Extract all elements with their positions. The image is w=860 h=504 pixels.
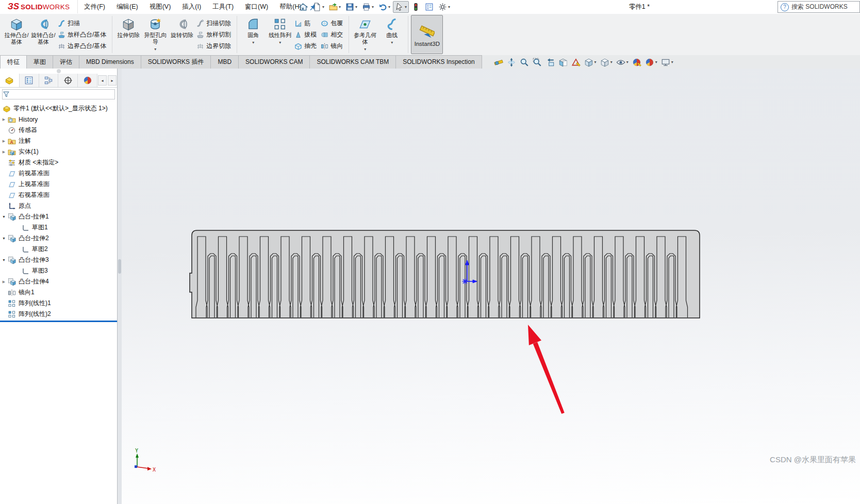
menu-item[interactable]: 视图(V) <box>144 0 177 14</box>
tree-item[interactable]: 阵列(线性)1 <box>0 298 117 309</box>
settings-gear-button[interactable]: ▾ <box>436 1 452 13</box>
zoom-fit-button[interactable] <box>519 57 530 68</box>
displaymanager-tab-tab[interactable] <box>78 74 97 87</box>
loft-cut-button[interactable]: 放样切割 <box>195 29 234 40</box>
instant3d-button[interactable]: Instant3D <box>411 15 443 54</box>
performance-button[interactable] <box>409 1 422 13</box>
tree-item[interactable]: 上视基准面 <box>0 179 117 190</box>
tree-item[interactable]: ▶凸台-拉伸4 <box>0 276 117 287</box>
dropdown-arrow-icon[interactable]: ▾ <box>655 60 657 64</box>
linear-pattern-button[interactable]: 线性阵列▾ <box>267 15 293 54</box>
select-cursor-button[interactable]: ▾ <box>393 1 409 13</box>
menu-item[interactable]: 插入(I) <box>176 0 207 14</box>
curves-button[interactable]: 曲线▾ <box>378 15 405 54</box>
edit-appearance-button[interactable] <box>631 57 642 68</box>
tab-特征[interactable]: 特征 <box>0 55 27 69</box>
loft-button[interactable]: 放样凸台/基体 <box>57 29 109 40</box>
dropdown-arrow-icon[interactable]: ▾ <box>610 60 613 64</box>
tree-item[interactable]: 传感器 <box>0 125 117 136</box>
disclosure-collapsed-icon[interactable]: ▶ <box>0 117 8 122</box>
tab-mbd-dimensions[interactable]: MBD Dimensions <box>79 55 141 69</box>
boundary-cut-button[interactable]: 边界切除 <box>195 40 234 52</box>
extrude-cut-button[interactable]: 拉伸切除 <box>115 15 142 54</box>
dropdown-arrow-icon[interactable]: ▾ <box>355 5 357 9</box>
scroll-right-button[interactable]: ▸ <box>108 75 117 86</box>
tab-草图[interactable]: 草图 <box>26 55 53 69</box>
dropdown-arrow-icon[interactable]: ▾ <box>391 39 393 46</box>
extrude-boss-button[interactable]: 拉伸凸台/基体 <box>3 15 30 54</box>
undo-button[interactable]: ▾ <box>376 1 392 13</box>
tree-item[interactable]: 原点 <box>0 200 117 211</box>
dropdown-arrow-icon[interactable]: ▾ <box>405 5 407 9</box>
evaluate-arrow-button[interactable] <box>506 57 517 68</box>
menu-item[interactable]: 窗口(W) <box>239 0 274 14</box>
zoom-area-button[interactable] <box>532 57 543 68</box>
measure-button[interactable] <box>493 57 504 68</box>
disclosure-expanded-icon[interactable]: ▼ <box>0 215 8 219</box>
section-view-button[interactable] <box>557 57 569 68</box>
dimxpertmanager-tab-tab[interactable] <box>58 74 78 87</box>
graphics-viewport[interactable]: Y X CSDN @水果里面有苹果 <box>122 69 860 504</box>
tree-item[interactable]: 材质 <未指定> <box>0 157 117 168</box>
tree-item[interactable]: 阵列(线性)2 <box>0 309 117 320</box>
view-orientation-button[interactable]: ▾ <box>583 57 598 68</box>
mirror-button[interactable]: 镜向 <box>320 40 346 52</box>
fillet-button[interactable]: 圆角▾ <box>240 15 267 54</box>
featuremanager-tab-tab[interactable] <box>0 74 20 87</box>
dropdown-arrow-icon[interactable]: ▾ <box>279 39 281 46</box>
dropdown-arrow-icon[interactable]: ▾ <box>594 60 597 64</box>
display-style-button[interactable]: ▾ <box>599 57 614 68</box>
tree-item[interactable]: ▶History <box>0 114 117 125</box>
tab-solidworks-inspection[interactable]: SOLIDWORKS Inspection <box>395 55 482 69</box>
tab-solidworks-插件[interactable]: SOLIDWORKS 插件 <box>141 55 211 69</box>
previous-view-button[interactable] <box>544 57 556 68</box>
feature-tree-root[interactable]: 零件1 (默认<<默认>_显示状态 1>) <box>0 103 117 114</box>
panel-collapse-handle[interactable] <box>57 69 61 73</box>
open-button[interactable]: ▾ <box>327 1 343 13</box>
menu-item[interactable]: 文件(F) <box>78 0 111 14</box>
tab-mbd[interactable]: MBD <box>210 55 239 69</box>
dropdown-arrow-icon[interactable]: ▾ <box>154 46 156 53</box>
dropdown-arrow-icon[interactable]: ▾ <box>388 5 390 9</box>
reference-geometry-button[interactable]: 参考几何体▾ <box>352 15 378 54</box>
tree-item[interactable]: 草图3 <box>0 265 117 276</box>
sweep-cut-button[interactable]: 扫描切除 <box>195 18 234 29</box>
disclosure-collapsed-icon[interactable]: ▶ <box>0 139 8 143</box>
tree-item[interactable]: 草图1 <box>0 222 117 233</box>
revolve-boss-button[interactable]: 旋转凸台/基体 <box>30 15 57 54</box>
disclosure-expanded-icon[interactable]: ▼ <box>0 237 8 240</box>
tree-item[interactable]: ▶A注解 <box>0 136 117 146</box>
task-pane-button[interactable] <box>423 1 436 13</box>
sketch-visibility-button[interactable] <box>570 57 582 68</box>
splitter-thumb[interactable] <box>118 259 121 274</box>
sweep-button[interactable]: 扫描 <box>57 18 109 29</box>
search-box[interactable]: ? 搜索 SOLIDWORKS <box>778 1 860 13</box>
disclosure-collapsed-icon[interactable]: ▶ <box>0 150 8 154</box>
tree-item[interactable]: 右视基准面 <box>0 190 117 200</box>
tree-item[interactable]: ▼凸台-拉伸2 <box>0 233 117 244</box>
apply-scene-button[interactable]: ▾ <box>644 57 658 68</box>
save-button[interactable]: ▾ <box>343 1 359 13</box>
new-doc-button[interactable]: ▾ <box>310 1 326 13</box>
configurationmanager-tab-tab[interactable] <box>39 74 59 87</box>
tree-item[interactable]: ▼凸台-拉伸1 <box>0 211 117 222</box>
tab-solidworks-cam[interactable]: SOLIDWORKS CAM <box>238 55 310 69</box>
intersect-button[interactable]: 相交 <box>320 29 346 40</box>
print-button[interactable]: ▾ <box>360 1 376 13</box>
revolve-cut-button[interactable]: 旋转切除 <box>169 15 195 54</box>
propertymanager-tab-tab[interactable] <box>20 74 39 87</box>
feature-filter-input[interactable] <box>2 89 115 99</box>
dropdown-arrow-icon[interactable]: ▾ <box>448 5 450 9</box>
menu-item[interactable]: 编辑(E) <box>111 0 144 14</box>
draft-button[interactable]: 拔模 <box>293 29 320 40</box>
tree-item[interactable]: ▶实体(1) <box>0 146 117 157</box>
tab-评估[interactable]: 评估 <box>53 55 79 69</box>
tab-solidworks-cam-tbm[interactable]: SOLIDWORKS CAM TBM <box>309 55 396 69</box>
dropdown-arrow-icon[interactable]: ▾ <box>364 46 366 53</box>
menu-item[interactable]: 工具(T) <box>207 0 239 14</box>
dropdown-arrow-icon[interactable]: ▾ <box>372 5 374 9</box>
dropdown-arrow-icon[interactable]: ▾ <box>339 5 341 9</box>
boundary-button[interactable]: 边界凸台/基体 <box>57 40 109 52</box>
dropdown-arrow-icon[interactable]: ▾ <box>671 60 673 64</box>
hide-show-button[interactable]: ▾ <box>615 57 630 68</box>
